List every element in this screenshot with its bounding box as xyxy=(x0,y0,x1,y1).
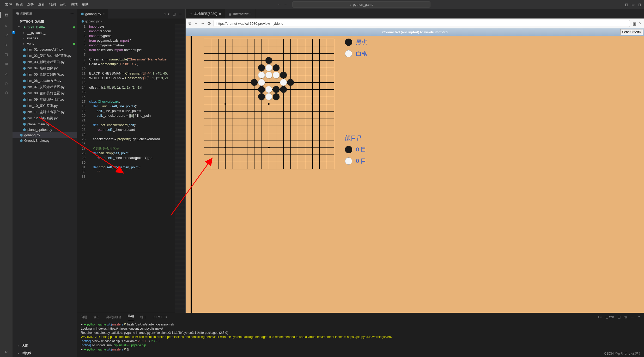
explorer-icon[interactable]: ▤ xyxy=(0,12,13,18)
url-input[interactable] xyxy=(214,20,630,27)
file-gobang[interactable]: ⬢gobang.py xyxy=(13,132,77,138)
file-hm06[interactable]: ⬢hm_06_update方法.py xyxy=(13,78,77,84)
layout-right-icon[interactable]: ◨ xyxy=(638,3,641,7)
chevron-right-icon xyxy=(18,352,20,355)
robot-icon[interactable]: ◎ xyxy=(5,81,8,85)
layout-bottom-icon[interactable]: ▭ xyxy=(631,3,635,7)
layout-left-icon[interactable]: ◧ xyxy=(625,3,628,7)
menu-goto[interactable]: 转到 xyxy=(49,2,56,7)
white-stone-icon xyxy=(345,157,352,165)
folder-images[interactable]: images xyxy=(13,35,77,41)
editor-group: ⬢ gobang.py × ▷ ▾ ◫ ⋯ ⬢ gobang.py › ... xyxy=(77,9,644,357)
file-plane-main[interactable]: ⬢plane_main.py xyxy=(13,121,77,127)
file-hm01[interactable]: ⬢hm_01_pygame入门.py xyxy=(13,46,77,53)
code-editor[interactable]: 1234567891011121314151617181920212223242… xyxy=(77,24,185,313)
black-score: 0 目 xyxy=(345,146,639,153)
file-hm11[interactable]: ⬢hm_11_监听退出事件.py xyxy=(13,109,77,115)
menu-edit[interactable]: 编辑 xyxy=(16,2,23,7)
open-external-icon[interactable]: ⧉ xyxy=(189,21,191,26)
preview-tab-interactive[interactable]: ▤ Interactive-1 xyxy=(225,9,256,19)
folder-aircraft[interactable]: Aircraft_Battle xyxy=(13,24,77,30)
chevron-right-icon xyxy=(23,31,26,35)
python-file-icon: ⬢ xyxy=(20,139,23,143)
chevron-right-icon xyxy=(18,344,20,348)
file-hm03[interactable]: ⬢hm_03_创建游戏窗口.py xyxy=(13,59,77,65)
devtools-icon[interactable]: ▣ xyxy=(633,21,636,26)
nav-back-icon[interactable]: ← xyxy=(194,21,198,26)
nav-forward-icon[interactable]: → xyxy=(284,3,287,7)
editor-tabs-row: ⬢ gobang.py × ▷ ▾ ◫ ⋯ xyxy=(77,9,185,19)
menu-select[interactable]: 选择 xyxy=(27,2,34,7)
file-hm05[interactable]: ⬢hm_05_绘制英雄图像.py xyxy=(13,71,77,78)
titlebar: 文件 编辑 选择 查看 转到 运行 终端 帮助 ← → ⌕ python_gam… xyxy=(0,0,644,9)
tab-debug[interactable]: 调试控制台 xyxy=(106,315,121,319)
tab-ports[interactable]: 端口 xyxy=(140,315,147,319)
search-activity-icon[interactable]: ⌕ xyxy=(5,23,7,27)
preview-tab-local[interactable]: ⊕ 本地预览(6080) × xyxy=(186,9,225,19)
minimap[interactable] xyxy=(175,24,185,313)
file-hm09[interactable]: ⬢hm_09_英雄循环飞行.py xyxy=(13,96,77,103)
file-hm07[interactable]: ⬢hm_07_认识游戏循环.py xyxy=(13,84,77,90)
file-hm04[interactable]: ⬢hm_04_绘制图像.py xyxy=(13,65,77,71)
territory-label: 颜目吕 xyxy=(345,134,639,142)
settings-icon[interactable]: ⚙ xyxy=(5,350,8,354)
folder-venv[interactable]: venv xyxy=(13,41,77,46)
help-icon[interactable]: ? xyxy=(639,21,641,26)
tab-output[interactable]: 输出 xyxy=(93,315,100,319)
send-ctrlaltdel-button[interactable]: Send CtrlAltD xyxy=(620,29,643,35)
menu-help[interactable]: 帮助 xyxy=(82,2,89,7)
python-file-icon: ⬢ xyxy=(81,12,84,16)
editor-tab-gobang[interactable]: ⬢ gobang.py × xyxy=(77,9,108,19)
python-file-icon: ⬢ xyxy=(23,66,26,70)
python-file-icon: ⬢ xyxy=(23,98,26,102)
go-board-zone[interactable] xyxy=(186,36,340,313)
sidebar-more-icon[interactable]: ⋯ xyxy=(70,12,74,16)
project-header[interactable]: PYTHON_GAME xyxy=(13,19,77,24)
maximize-panel-icon[interactable]: ⌃ xyxy=(638,315,640,319)
more-panel-icon[interactable]: ⋯ xyxy=(631,315,634,319)
remote-icon[interactable]: ▢ xyxy=(5,52,8,56)
file-greedysnake[interactable]: ⬢GreedySnake.py xyxy=(13,138,77,143)
close-tab-icon[interactable]: × xyxy=(103,12,105,16)
bottom-panel: 问题 输出 调试控制台 终端 端口 JUPYTER + ▾ ▢ zsh ◫ 🗑 … xyxy=(77,313,644,357)
more-icon[interactable]: ⋯ xyxy=(179,12,182,16)
menu-terminal[interactable]: 终端 xyxy=(71,2,78,7)
source-control-icon[interactable]: ⎇1 xyxy=(4,33,8,37)
file-hm02[interactable]: ⬢hm_02_使用Rect描述英雄.py xyxy=(13,53,77,59)
split-terminal-icon[interactable]: ◫ xyxy=(618,315,621,319)
nav-back-icon[interactable]: ← xyxy=(278,3,281,7)
testing-icon[interactable]: △ xyxy=(5,72,8,76)
sidebar-explorer: 资源管理器 ⋯ PYTHON_GAME Aircraft_Battle __py… xyxy=(13,9,77,357)
game-area: 黑棋 白棋 颜目吕 0 目 0 目 xyxy=(186,36,644,313)
breadcrumb[interactable]: ⬢ gobang.py › ... xyxy=(77,19,185,24)
menu-run[interactable]: 运行 xyxy=(60,2,67,7)
menu-view[interactable]: 查看 xyxy=(38,2,45,7)
close-tab-icon[interactable]: × xyxy=(219,12,221,16)
file-hm10[interactable]: ⬢hm_10_事件监听.py xyxy=(13,103,77,109)
reload-icon[interactable]: ⟳ xyxy=(208,21,211,26)
go-board[interactable] xyxy=(204,39,334,169)
folder-pycache[interactable]: __pycache_ xyxy=(13,30,77,35)
python-file-icon: ⬢ xyxy=(23,79,26,83)
outline-section[interactable]: 大纲 xyxy=(13,342,77,349)
file-hm12[interactable]: ⬢hm_12_演练精灵.py xyxy=(13,115,77,121)
tab-jupyter[interactable]: JUPYTER xyxy=(153,315,167,319)
plugin-icon[interactable]: ⬡ xyxy=(5,91,8,95)
tab-problems[interactable]: 问题 xyxy=(81,315,87,319)
run-icon[interactable]: ▷ ▾ xyxy=(164,12,169,16)
split-icon[interactable]: ◫ xyxy=(173,12,176,16)
trash-icon[interactable]: 🗑 xyxy=(624,315,627,319)
command-center[interactable]: ⌕ python_game xyxy=(292,1,430,8)
new-terminal-icon[interactable]: + ▾ xyxy=(598,315,602,319)
file-hm08[interactable]: ⬢hm_08_更新英雄位置.py xyxy=(13,90,77,96)
menu-file[interactable]: 文件 xyxy=(5,2,12,7)
file-plane-sprites[interactable]: ⬢plane_sprites.py xyxy=(13,127,77,132)
nav-forward-icon[interactable]: → xyxy=(201,21,205,26)
terminal-output[interactable]: ● ➜ python_game git:(master) ✗ bash /usr… xyxy=(77,321,644,357)
timeline-section[interactable]: 时间线 xyxy=(13,349,77,357)
code-content[interactable]: import sysimport randomimport pygamefrom… xyxy=(89,24,175,313)
terminal-shell-icon[interactable]: ▢ zsh xyxy=(605,315,614,319)
run-debug-icon[interactable]: ▷ xyxy=(5,43,8,47)
extensions-icon[interactable]: ⊞ xyxy=(5,62,8,66)
tab-terminal[interactable]: 终端 xyxy=(128,314,134,320)
